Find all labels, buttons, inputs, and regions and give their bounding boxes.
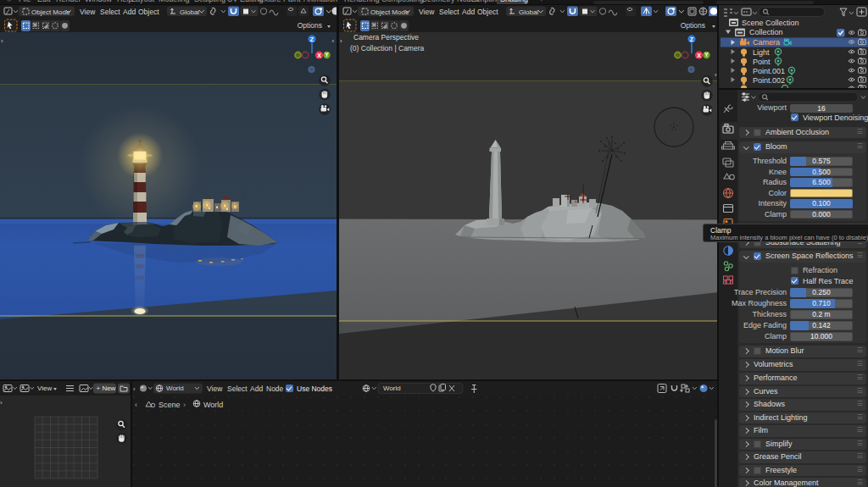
svg-text:Z: Z	[310, 36, 314, 42]
svg-text:‹: ‹	[332, 37, 335, 45]
svg-text:X: X	[317, 53, 321, 58]
svg-text:Y: Y	[325, 52, 329, 58]
svg-text:Scene Collection: Scene Collection	[742, 19, 799, 27]
svg-text:Point.001: Point.001	[753, 67, 785, 75]
svg-text:Y: Y	[704, 52, 709, 58]
svg-text:Point: Point	[753, 58, 771, 66]
svg-text:(0) Collection | Camera: (0) Collection | Camera	[350, 44, 425, 53]
svg-text:‹: ‹	[135, 401, 137, 409]
svg-text:Camera Perspective: Camera Perspective	[353, 33, 419, 42]
svg-text:Camera: Camera	[753, 38, 780, 47]
svg-text:X: X	[697, 53, 701, 58]
svg-text:Light: Light	[753, 48, 770, 57]
svg-text:Scene: Scene	[159, 401, 181, 409]
svg-text:World: World	[203, 401, 223, 409]
svg-text:›: ›	[340, 37, 342, 45]
svg-text:‹: ‹	[133, 385, 136, 393]
svg-text:Collection: Collection	[749, 28, 783, 36]
svg-text:Z: Z	[690, 36, 694, 42]
svg-text:Point.002: Point.002	[753, 76, 785, 85]
svg-text:›: ›	[1, 37, 3, 45]
svg-text:+ New: + New	[97, 385, 116, 392]
svg-text:›: ›	[0, 399, 3, 407]
svg-text:›: ›	[183, 401, 186, 409]
